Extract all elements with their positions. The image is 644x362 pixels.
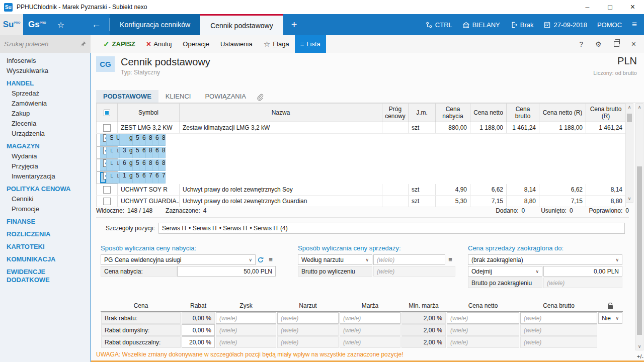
sidebar-section-magazyn[interactable]: MAGAZYN xyxy=(0,141,90,151)
shift-button[interactable]: Brak xyxy=(510,21,534,29)
scrollbar-thumb[interactable] xyxy=(637,166,642,335)
cell-cena-brutto[interactable]: 1 461,24 xyxy=(507,122,539,134)
cell-cena-netto-r[interactable]: 1 188,00 xyxy=(539,122,586,134)
help-icon[interactable]: ? xyxy=(579,40,583,48)
paperclip-icon[interactable] xyxy=(256,93,264,101)
cell-cena-nabycia[interactable]: 50,00 xyxy=(133,159,139,171)
cell-jm[interactable]: godz xyxy=(126,172,133,184)
col-cena-brutto[interactable]: Cena brutto xyxy=(507,104,539,122)
row-checkbox[interactable] xyxy=(100,147,107,158)
margin-input[interactable]: (wiele) xyxy=(340,312,400,324)
settings-menu-button[interactable]: Ustawienia xyxy=(215,35,258,53)
sidebar-item-cenniki[interactable]: Cenniki xyxy=(0,194,90,204)
col-cena-netto[interactable]: Cena netto xyxy=(470,104,507,122)
row-checkbox[interactable] xyxy=(97,122,118,134)
tab-cennik-podstawowy[interactable]: Cennik podstawowy xyxy=(200,14,283,35)
table-row[interactable]: ∟ Serwis IT ∟ Usługa serwisowa IT 6,0 go… xyxy=(97,159,118,171)
cell-nazwa[interactable]: ∟ Usługa serwisowa IT xyxy=(113,159,120,171)
gross-price-input[interactable]: (wiele) xyxy=(520,312,597,324)
cell-prog[interactable]: 10,0 xyxy=(120,172,126,184)
sale-method-value-input[interactable]: (wiele) xyxy=(373,254,445,265)
tab-powiazania[interactable]: POWIĄZANIA xyxy=(198,90,253,103)
cell-cena-netto-r[interactable]: 66,00 xyxy=(152,159,159,171)
cell-cena-brutto-r[interactable]: 8,14 xyxy=(586,184,626,196)
cell-jm[interactable]: godz xyxy=(126,147,133,158)
cell-symbol[interactable]: ∟ Serwis IT xyxy=(107,147,113,158)
cell-cena-brutto-r[interactable]: 81,18 xyxy=(159,159,166,171)
sidebar-item-urzadzenia[interactable]: Urządzenia xyxy=(0,129,90,139)
col-nazwa[interactable]: Nazwa xyxy=(180,104,382,122)
cell-cena-brutto-r[interactable]: 78,72 xyxy=(159,172,166,184)
subiekt-logo[interactable]: SuPRO xyxy=(0,14,23,35)
date-button[interactable]: 27-09-2018 xyxy=(543,21,587,29)
col-prog-cenowy[interactable]: Próg cenowy xyxy=(382,104,409,122)
minimize-icon[interactable]: – xyxy=(576,0,599,14)
cell-symbol[interactable]: Serwis IT xyxy=(107,134,113,146)
cell-jm[interactable]: godz xyxy=(126,134,133,146)
sidebar-section-kartoteki[interactable]: KARTOTEKI xyxy=(0,242,90,252)
hamburger-menu-icon[interactable]: ≡ xyxy=(632,20,637,30)
scroll-up-icon[interactable]: ∧ xyxy=(626,105,633,110)
cell-cena-brutto-r[interactable]: 83,03 xyxy=(159,134,166,146)
tab-konfiguracja-cennikow[interactable]: Konfiguracja cenników xyxy=(110,14,200,35)
rounding-op-select[interactable]: Odejmij∨ xyxy=(468,266,542,277)
table-row[interactable]: ∟ Serwis IT ∟ Usługa serwisowa IT 10,0 g… xyxy=(97,171,118,184)
cell-nazwa[interactable]: Usługa serwisowa IT xyxy=(113,134,120,146)
cell-jm[interactable]: szt xyxy=(409,122,436,134)
flag-button[interactable]: ☆ Flaga xyxy=(258,35,295,53)
cell-cena-brutto[interactable]: 8,14 xyxy=(507,184,539,196)
net-price-input[interactable]: (wiele) xyxy=(447,312,519,324)
sale-method-select[interactable]: Według narzutu∨ xyxy=(298,254,372,265)
close-view-icon[interactable]: × xyxy=(631,40,636,49)
cell-cena-nabycia[interactable]: 50,00 xyxy=(133,172,139,184)
profit-input[interactable]: (wiele) xyxy=(216,312,276,324)
cell-nazwa[interactable]: Uchwyt prawy do rolet zewnętrznych Soy xyxy=(180,184,382,196)
pin-icon[interactable] xyxy=(80,41,87,47)
cell-cena-brutto[interactable]: 81,18 xyxy=(146,159,152,171)
gestor-logo[interactable]: GsPRO xyxy=(23,14,51,35)
cell-symbol[interactable]: UCHWYT SOY R xyxy=(118,184,180,196)
menu-icon[interactable]: ≡ xyxy=(266,254,276,265)
scroll-down-icon[interactable]: ∨ xyxy=(626,196,633,201)
cell-cena-netto-r[interactable]: 6,62 xyxy=(539,184,586,196)
cell-cena-netto[interactable]: 6,62 xyxy=(470,184,507,196)
user-session-button[interactable]: CTRL xyxy=(425,21,452,29)
col-jm[interactable]: J.m. xyxy=(409,104,436,122)
row-checkbox[interactable] xyxy=(100,159,107,171)
purchase-method-select[interactable]: PG Cena ewidencyjna usługi∨ xyxy=(101,254,256,265)
sidebar-item-sprzedaz[interactable]: Sprzedaż xyxy=(0,88,90,99)
cell-prog[interactable] xyxy=(382,184,409,196)
operations-menu-button[interactable]: Operacje xyxy=(177,35,215,53)
cell-prog[interactable]: 3,0 xyxy=(120,147,126,158)
cell-jm[interactable]: godz xyxy=(126,159,133,171)
sidebar-item-zlecenia[interactable]: Zlecenia xyxy=(0,119,90,129)
row-checkbox[interactable] xyxy=(100,134,107,146)
sidebar-section-ewidencje-dodatkowe[interactable]: EWIDENCJE DODATKOWE xyxy=(0,267,90,285)
col-cena-netto-r[interactable]: Cena netto (R) xyxy=(539,104,586,122)
sidebar-section-komunikacja[interactable]: KOMUNIKACJA xyxy=(0,254,90,264)
refresh-icon[interactable] xyxy=(256,254,266,265)
sidebar-item-promocje[interactable]: Promocje xyxy=(0,204,90,214)
close-icon[interactable]: × xyxy=(621,0,644,14)
sidebar-item-zakup[interactable]: Zakup xyxy=(0,109,90,119)
rounding-mode-select[interactable]: (brak zaokrąglenia)∨ xyxy=(468,254,622,265)
tab-podstawowe[interactable]: PODSTAWOWE xyxy=(96,90,158,103)
cell-cena-brutto[interactable]: 82,41 xyxy=(146,147,152,158)
cell-symbol[interactable]: ZEST LMG 3,2 KW xyxy=(118,122,180,134)
cell-nazwa[interactable]: ∟ Usługa serwisowa IT xyxy=(113,147,120,158)
cell-cena-netto-r[interactable]: 67,00 xyxy=(152,147,159,158)
branch-button[interactable]: BIELANY xyxy=(462,21,500,29)
cell-cena-netto[interactable]: 67,50 xyxy=(139,134,146,146)
cell-cena-netto-r[interactable]: 64,00 xyxy=(152,172,159,184)
cell-prog[interactable] xyxy=(382,122,409,134)
cell-cena-netto-r[interactable]: 67,50 xyxy=(152,134,159,146)
sidebar-item-wydania[interactable]: Wydania xyxy=(0,151,90,161)
cell-prog[interactable]: 6,0 xyxy=(120,159,126,171)
row-checkbox[interactable] xyxy=(97,184,118,196)
cell-cena-nabycia[interactable]: 50,00 xyxy=(133,147,139,158)
rounding-amount-input[interactable]: 0,00 PLN xyxy=(543,266,622,277)
col-cena-nabycia[interactable]: Cena nabycia xyxy=(436,104,470,122)
cell-cena-nabycia[interactable]: 880,00 xyxy=(436,122,470,134)
tab-klienci[interactable]: KLIENCI xyxy=(158,90,198,103)
cell-symbol[interactable]: ∟ Serwis IT xyxy=(107,172,113,184)
